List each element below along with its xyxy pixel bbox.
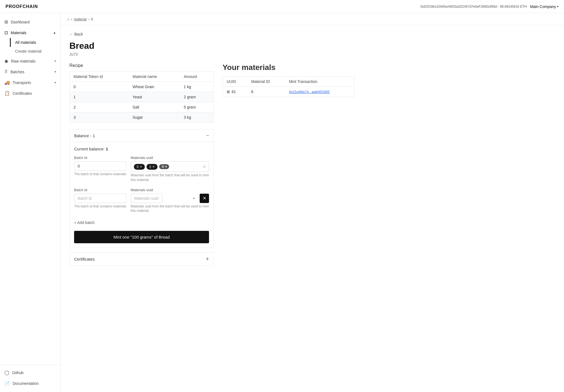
- back-label: ← Back: [69, 32, 83, 36]
- balance-body: Current balance: 1 Batch Id The batch id…: [70, 142, 213, 248]
- materials-icon: ⊡: [4, 30, 8, 35]
- tags-add-button[interactable]: ⚙ ▾: [159, 164, 169, 169]
- cell-amount: 2 gram: [180, 92, 213, 102]
- table-row: 3 Sugar 3 kg: [70, 112, 214, 123]
- logo: PROOFCHAIN: [6, 4, 38, 9]
- col-uuid: UUID: [223, 77, 248, 87]
- back-button[interactable]: ← Back: [69, 32, 83, 36]
- sidebar-item-batches[interactable]: ⠿ Batches ▾: [0, 66, 60, 77]
- current-balance: Current balance: 1: [74, 147, 209, 151]
- transports-chevron-icon: ▾: [55, 81, 56, 84]
- cell-amount: 3 kg: [180, 112, 213, 123]
- sidebar-batches-label: Batches: [10, 70, 25, 74]
- certificates-header[interactable]: Certificates +: [70, 253, 213, 266]
- tag-3-remove[interactable]: ✕: [140, 165, 142, 169]
- breadcrumb-material[interactable]: material: [74, 17, 86, 21]
- sidebar-item-create-material[interactable]: Create material: [10, 47, 60, 56]
- certificates-section: Certificates +: [69, 252, 214, 266]
- documentation-icon: 📄: [4, 381, 10, 386]
- materials-uuid-help-2: Materials uuid from the batch that will …: [131, 204, 209, 213]
- company-name: Main Company: [530, 4, 556, 9]
- tx-link[interactable]: 0x21e89a74...ade053305: [289, 90, 329, 94]
- sidebar-item-github[interactable]: ◯ Github: [0, 367, 60, 378]
- current-balance-value: 1: [106, 147, 108, 151]
- cell-material-name: Yeast: [129, 92, 180, 102]
- materials-uuid-field-2: Materials uuid Materials uuid ✕: [131, 188, 209, 213]
- sidebar-dashboard-label: Dashboard: [11, 20, 30, 24]
- sidebar-item-certificates[interactable]: 📋 Certificates: [0, 88, 60, 99]
- tag-2-remove[interactable]: ✕: [152, 165, 155, 169]
- col-material-id: Material ID: [247, 77, 285, 87]
- sidebar: ⊞ Dashboard ⊡ Materials ▲ All materials …: [0, 13, 61, 392]
- breadcrumb: ⌂ › material › 6: [61, 13, 564, 25]
- grid-icon: ⊞: [227, 90, 230, 94]
- sidebar-item-raw-materials[interactable]: ◉ Raw materials ▾: [0, 56, 60, 66]
- table-row: ⊞61 6 0x21e89a74...ade053305: [223, 87, 355, 97]
- sidebar-transports-label: Transports: [13, 80, 31, 85]
- batch-id-label-2: Batch Id: [74, 188, 126, 192]
- materials-uuid-field-1: Materials uuid 3 ✕ 2 ✕: [131, 156, 209, 182]
- materials-uuid-select[interactable]: Materials uuid: [131, 194, 162, 203]
- table-row: 2 Salt 5 gram: [70, 102, 214, 112]
- materials-submenu: All materials Create material: [0, 38, 60, 56]
- cell-token-id: 3: [70, 112, 129, 123]
- add-batch-button[interactable]: + Add batch: [74, 219, 94, 226]
- batches-chevron-icon: ▾: [55, 70, 56, 73]
- col-token-id: Material Token Id: [70, 72, 129, 82]
- tag-3: 3 ✕: [134, 164, 145, 170]
- batch-id-label-1: Batch Id: [74, 156, 126, 160]
- certificates-icon: 📋: [4, 91, 10, 96]
- cell-material-id: 6: [247, 87, 285, 97]
- cell-material-name: Sugar: [129, 112, 180, 123]
- transports-icon: 🚚: [4, 80, 10, 85]
- raw-materials-chevron-icon: ▾: [55, 60, 56, 63]
- sidebar-item-all-materials[interactable]: All materials: [10, 38, 60, 47]
- batch-id-input-1[interactable]: [74, 161, 126, 171]
- mint-button[interactable]: Mint one "100 grams" of Bread: [74, 231, 209, 243]
- your-materials-title: Your materials: [223, 63, 355, 72]
- recipe-section: Recipe Material Token Id Material name A…: [69, 63, 214, 123]
- col-mint-tx: Mint Transaction: [285, 77, 354, 87]
- tags-area-1[interactable]: 3 ✕ 2 ✕ ⚙ ▾ ✕: [131, 161, 209, 172]
- current-balance-label: Current balance:: [74, 147, 105, 151]
- batch-row-1: Batch Id The batch id that contains mate…: [74, 156, 209, 182]
- materials-uuid-label-1: Materials uuid: [131, 156, 209, 160]
- table-row: 0 Wheat Grain 1 kg: [70, 82, 214, 92]
- certificates-header-title: Certificates: [74, 257, 95, 261]
- sidebar-item-documentation[interactable]: 📄 Documentation: [0, 378, 60, 389]
- company-switcher[interactable]: Main Company ▾: [530, 4, 558, 9]
- cell-amount: 5 gram: [180, 102, 213, 112]
- batch-row-2: Batch Id The batch id that contains mate…: [74, 188, 209, 213]
- breadcrumb-id: 6: [91, 17, 93, 21]
- page-subtitle: Ju73: [69, 52, 355, 56]
- batch-id-input-2[interactable]: [74, 194, 126, 203]
- sidebar-documentation-label: Documentation: [13, 381, 39, 386]
- cell-amount: 1 kg: [180, 82, 213, 92]
- sidebar-item-dashboard[interactable]: ⊞ Dashboard: [0, 17, 60, 27]
- page-title: Bread: [69, 41, 355, 51]
- balance-header[interactable]: Balance - 1 −: [70, 129, 213, 142]
- delete-batch-button[interactable]: ✕: [200, 194, 209, 203]
- sidebar-item-materials[interactable]: ⊡ Materials ▲: [0, 27, 60, 38]
- balance-toggle-icon: −: [206, 133, 209, 139]
- batch-id-help-2: The batch id that contains materials: [74, 204, 126, 209]
- cell-material-name: Wheat Grain: [129, 82, 180, 92]
- balance-header-title: Balance - 1: [74, 133, 95, 138]
- raw-materials-icon: ◉: [4, 58, 8, 64]
- home-icon[interactable]: ⌂: [67, 17, 69, 21]
- materials-table: UUID Material ID Mint Transaction ⊞61 6 …: [223, 76, 355, 97]
- tags-clear-button[interactable]: ✕: [202, 164, 206, 169]
- mint-button-label: Mint one "100 grams" of Bread: [113, 235, 170, 239]
- topbar: PROOFCHAIN 0xD2f19b142945eA8f20a2D2457d7…: [0, 0, 564, 13]
- sidebar-certificates-label: Certificates: [13, 91, 32, 96]
- batch-id-help-1: The batch id that contains materials: [74, 172, 126, 177]
- col-amount: Amount: [180, 72, 213, 82]
- sidebar-item-transports[interactable]: 🚚 Transports ▾: [0, 77, 60, 88]
- sidebar-github-label: Github: [12, 371, 23, 375]
- certificates-toggle-icon: +: [206, 256, 209, 262]
- col-material-name: Material name: [129, 72, 180, 82]
- cell-uuid: ⊞61: [223, 87, 248, 97]
- add-batch-label: + Add batch: [74, 220, 94, 225]
- cell-tx: 0x21e89a74...ade053305: [285, 87, 354, 97]
- materials-chevron-icon: ▲: [53, 31, 56, 34]
